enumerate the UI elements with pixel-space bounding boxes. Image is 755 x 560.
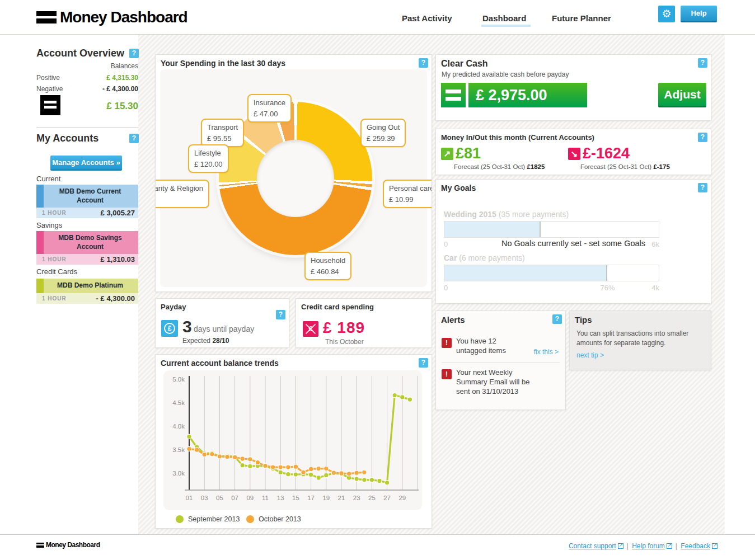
- payday-expected-date: 28/10: [212, 337, 229, 345]
- active-tab-underline: [481, 25, 531, 27]
- sidebar-divider: [36, 127, 138, 128]
- svg-text:11: 11: [262, 495, 269, 501]
- help-icon[interactable]: ?: [419, 358, 428, 368]
- account-balance: £ 3,005.27: [101, 209, 135, 217]
- positive-label: Positive: [36, 74, 60, 82]
- net-balance-value: £ 15.30: [36, 101, 138, 112]
- goal-car-name: Car (6 more payments): [444, 253, 525, 262]
- help-forum-link[interactable]: Help forum: [632, 542, 665, 550]
- money-in-out-panel: Money In/Out this month (Current Account…: [435, 129, 711, 175]
- svg-text:09: 09: [246, 495, 254, 501]
- svg-text:05: 05: [216, 495, 223, 501]
- nav-past-activity[interactable]: Past Activity: [402, 13, 452, 23]
- adjust-button[interactable]: Adjust: [658, 83, 706, 107]
- help-icon[interactable]: ?: [698, 133, 707, 142]
- balance-trends-panel: Current account balance trends ? 5.0k4.5…: [155, 354, 432, 529]
- account-overview-title: Account Overview: [36, 48, 124, 59]
- help-button[interactable]: Help: [681, 6, 717, 22]
- clear-cash-amount: £ 2,975.00: [468, 83, 587, 107]
- group-label-current: Current: [36, 175, 60, 183]
- account-card-savings[interactable]: MDB Demo Savings Account 1 HOUR £ 1,310.…: [36, 231, 138, 265]
- no-goals-overlay[interactable]: No Goals currently set - set some Goals: [436, 239, 711, 248]
- tips-title: Tips: [575, 315, 592, 324]
- svg-text:03: 03: [201, 495, 208, 501]
- trend-up-icon: ↗: [441, 148, 453, 160]
- payday-coin-icon: £: [161, 320, 178, 337]
- account-name: MDB Demo Savings Account: [36, 231, 138, 254]
- feedback-link[interactable]: Feedback: [681, 542, 710, 550]
- svg-text:07: 07: [231, 495, 238, 501]
- money-in-forecast: Forecast (25 Oct-31 Oct) £1825: [454, 163, 545, 170]
- svg-text:4.0k: 4.0k: [172, 423, 185, 430]
- slice-label-charity[interactable]: Charity & Religion 00: [155, 180, 209, 208]
- account-balance: - £ 4,300.00: [96, 294, 135, 303]
- tips-panel: Tips You can split transactions into sma…: [569, 310, 711, 370]
- svg-text:15: 15: [292, 495, 299, 501]
- next-tip-link[interactable]: next tip >: [576, 351, 604, 359]
- slice-label-going-out[interactable]: Going Out £ 259.39: [360, 119, 406, 147]
- payday-title: Payday: [161, 303, 186, 311]
- money-in-out-title: Money In/Out this month (Current Account…: [441, 133, 594, 142]
- cc-title: Credit card spending: [301, 303, 374, 311]
- payday-days-number: 3: [182, 317, 192, 336]
- alert-untagged-text: You have 12 untagged items: [456, 337, 518, 356]
- goal-wedding-fill: [444, 222, 541, 237]
- clear-cash-title: Clear Cash: [441, 59, 488, 69]
- spending-panel: Your Spending in the last 30 days ? Insu…: [155, 54, 432, 292]
- money-out-amount: £-1624: [583, 145, 630, 162]
- slice-label-transport[interactable]: Transport £ 95.55: [201, 119, 244, 147]
- help-icon[interactable]: ?: [129, 134, 139, 143]
- legend-dot-september: [176, 515, 184, 523]
- svg-text:21: 21: [338, 495, 345, 501]
- fix-this-link[interactable]: fix this >: [534, 348, 559, 356]
- contact-support-link[interactable]: Contact support: [569, 542, 616, 550]
- external-link-icon: [712, 543, 718, 549]
- help-icon[interactable]: ?: [276, 310, 285, 319]
- alert-icon: !: [442, 338, 452, 348]
- svg-text:01: 01: [186, 495, 193, 501]
- payday-days-text: days until payday: [194, 324, 254, 333]
- manage-accounts-button[interactable]: Manage Accounts »: [50, 156, 122, 171]
- help-icon[interactable]: ?: [419, 58, 428, 68]
- trend-line-chart[interactable]: 5.0k4.5k4.0k3.5k3.0k01030507091113151719…: [163, 370, 422, 510]
- gear-icon[interactable]: ⚙: [658, 6, 675, 22]
- external-link-icon: [667, 543, 672, 549]
- app-logo[interactable]: Money Dashboard: [36, 8, 187, 26]
- footer-links: Contact support| Help forum| Feedback: [569, 542, 719, 550]
- goal-car-percent: 76%: [601, 284, 615, 292]
- donut-hole: [257, 140, 334, 217]
- help-icon[interactable]: ?: [552, 314, 562, 324]
- money-in-amount: £81: [456, 145, 481, 162]
- my-accounts-title: My Accounts: [36, 133, 99, 144]
- alert-icon: !: [442, 369, 452, 379]
- money-dashboard-page: Money Dashboard Past Activity Dashboard …: [0, 0, 755, 560]
- nav-dashboard[interactable]: Dashboard: [482, 13, 526, 23]
- negative-value: - £ 4,300.00: [102, 85, 138, 93]
- slice-label-insurance[interactable]: Insurance £ 47.00: [247, 94, 292, 123]
- account-updated: 1 HOUR: [42, 295, 67, 302]
- slice-label-lifestyle[interactable]: Lifestyle £ 120.00: [188, 144, 229, 173]
- account-card-current[interactable]: MDB Demo Current Account 1 HOUR £ 3,005.…: [36, 185, 138, 218]
- spending-panel-title: Your Spending in the last 30 days: [161, 59, 285, 68]
- footer: Money Dashboard Contact support| Help fo…: [0, 534, 755, 560]
- balances-header: Balances: [36, 62, 138, 70]
- logo-bars-icon: [36, 542, 44, 548]
- account-updated: 1 HOUR: [42, 256, 67, 262]
- nav-future-planner[interactable]: Future Planner: [552, 13, 611, 23]
- my-goals-panel: My Goals ? Wedding 2015 (35 more payment…: [435, 179, 711, 304]
- svg-text:23: 23: [353, 495, 360, 501]
- slice-label-personal-care[interactable]: Personal care £ 10.99: [383, 180, 432, 208]
- alerts-title: Alerts: [441, 315, 465, 324]
- alert-summary-text: Your next Weekly Summary Email will be s…: [456, 368, 540, 397]
- cc-amount: £ 189: [323, 319, 365, 337]
- logo-text: Money Dashboard: [60, 8, 187, 26]
- money-out-forecast-value: £-175: [653, 163, 669, 170]
- account-card-platinum[interactable]: MDB Demo Platinum 1 HOUR - £ 4,300.00: [36, 279, 138, 304]
- help-icon[interactable]: ?: [129, 49, 139, 58]
- slice-label-household[interactable]: Household £ 460.84: [304, 252, 351, 280]
- help-icon[interactable]: ?: [698, 58, 707, 68]
- account-name: MDB Demo Current Account: [36, 185, 138, 208]
- burst-pound-icon: £: [303, 321, 318, 337]
- help-icon[interactable]: ?: [698, 183, 707, 192]
- svg-text:29: 29: [398, 495, 406, 501]
